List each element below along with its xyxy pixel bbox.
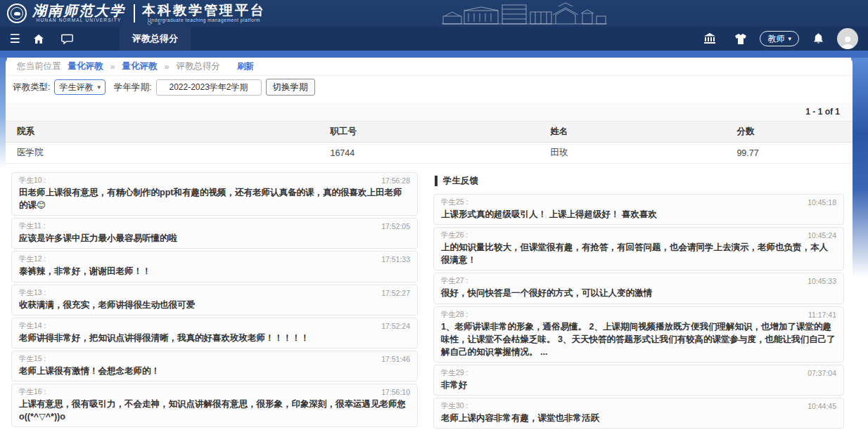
breadcrumb-prefix: 您当前位置 xyxy=(17,60,61,72)
app-header: 湖南师范大学 HUNAN NORMAL UNIVERSITY 本科教学管理平台 … xyxy=(0,0,868,27)
left-comment-list: 学生10 : 17:56:28 田老师上课很有意思，有精心制作的ppt和有趣的视… xyxy=(11,172,418,429)
tab-close-icon[interactable]: ✕ xyxy=(158,21,163,26)
notification-bell-icon[interactable] xyxy=(806,27,830,51)
breadcrumb-link-1[interactable]: 量化评教 xyxy=(68,60,103,72)
comment-author: 学生25 : xyxy=(441,197,468,207)
comment-card: 学生12 : 17:51:33 泰裤辣，非常好，谢谢田老师！！ xyxy=(11,251,418,282)
tab-refresh-icon[interactable]: ⟳ xyxy=(148,20,155,27)
navbar-right-group: 教师 ▾ xyxy=(698,27,868,51)
filter-toolbar: 评教类型: 学生评教 ▾ 学年学期: 切换学期 xyxy=(6,76,853,98)
comment-card: 学生10 : 17:56:28 田老师上课很有意思，有精心制作的ppt和有趣的视… xyxy=(11,172,418,216)
accent-strip xyxy=(0,51,868,58)
evaluation-type-label: 评教类型: xyxy=(13,82,50,93)
comment-card: 学生16 : 17:56:10 上课有意思，很有吸引力，不会走神，知识点讲解很有… xyxy=(11,384,418,427)
comment-text: 老师上课很有激情！会想念老师的！ xyxy=(19,365,410,377)
comment-timestamp: 10:45:18 xyxy=(808,198,836,207)
table-row[interactable]: 医学院 16744 田玫 99.77 xyxy=(6,143,853,164)
comment-card: 学生30 : 10:44:45 老师上课内容非常有趣，课堂也非常活跃 xyxy=(433,398,844,429)
comment-author: 学生27 : xyxy=(441,276,468,286)
comment-card: 学生27 : 10:45:33 很好，快问快答是一个很好的方式，可以让人变的激情 xyxy=(433,273,844,304)
pagination-info: 1 - 1 of 1 xyxy=(6,103,853,121)
right-comment-panel: 学生反馈 学生25 : 10:45:18 上课形式真的超级吸引人！ 上课上得超级… xyxy=(433,172,844,429)
home-icon[interactable] xyxy=(27,27,51,51)
comment-text: 应该是许多课中压力最小最容易听懂的啦 xyxy=(19,232,410,245)
message-bubble-icon[interactable] xyxy=(55,27,79,51)
breadcrumb-current: 评教总得分 xyxy=(176,60,220,72)
comment-timestamp: 17:51:33 xyxy=(381,255,410,263)
comment-timestamp: 17:52:05 xyxy=(381,222,410,230)
comment-card: 学生11 : 17:52:05 应该是许多课中压力最小最容易听懂的啦 xyxy=(11,218,418,249)
table-header-row: 院系 职工号 姓名 分数 xyxy=(6,122,853,143)
col-name: 姓名 xyxy=(540,122,726,143)
comment-text: 上课形式真的超级吸引人！ 上课上得超级好！ 喜欢喜欢 xyxy=(441,208,836,221)
university-name-en: HUNAN NORMAL UNIVERSITY xyxy=(32,18,125,23)
term-input[interactable] xyxy=(156,79,262,96)
institution-bank-icon[interactable] xyxy=(698,27,722,51)
breadcrumb-link-2[interactable]: 量化评教 xyxy=(122,60,157,72)
col-staff-id: 职工号 xyxy=(319,122,539,143)
university-seal-logo xyxy=(7,4,27,23)
col-score: 分数 xyxy=(725,122,853,143)
menu-hamburger-icon[interactable]: ☰ xyxy=(3,27,27,51)
main-navbar: ☰ ⟳ ✕ 评教总得分 教师 ▾ xyxy=(0,27,868,51)
caret-down-icon: ▾ xyxy=(788,35,791,42)
comment-timestamp: 10:44:45 xyxy=(808,402,836,410)
user-avatar[interactable] xyxy=(837,28,858,49)
comment-text: 收获满满，很充实，老师讲得很生动也很可爱 xyxy=(19,299,410,311)
comment-text: 田老师上课很有意思，有精心制作的ppt和有趣的视频，还有老师认真备的课，真的很喜… xyxy=(19,186,410,211)
chevron-down-icon: ▾ xyxy=(97,84,101,91)
role-selector-dropdown[interactable]: 教师 ▾ xyxy=(760,31,799,46)
breadcrumb: 您当前位置 量化评教 » 量化评教 » 评教总得分 刷新 xyxy=(6,58,853,76)
comment-timestamp: 17:56:10 xyxy=(381,388,410,396)
breadcrumb-separator: » xyxy=(164,62,169,72)
comment-author: 学生26 : xyxy=(441,230,468,240)
student-feedback-title: 学生反馈 xyxy=(435,174,844,188)
university-name-cn: 湖南师范大学 xyxy=(32,4,125,18)
score-table: 院系 职工号 姓名 分数 医学院 16744 田玫 99.77 xyxy=(6,121,853,164)
comment-timestamp: 10:45:24 xyxy=(808,231,836,240)
university-name-block: 湖南师范大学 HUNAN NORMAL UNIVERSITY xyxy=(32,4,125,23)
comment-author: 学生28 : xyxy=(441,310,468,320)
comment-card: 学生13 : 17:52:27 收获满满，很充实，老师讲得很生动也很可爱 xyxy=(11,285,418,315)
comment-author: 学生15 : xyxy=(19,354,46,364)
cell-staff-id: 16744 xyxy=(319,143,539,164)
comment-timestamp: 11:17:41 xyxy=(808,311,836,319)
comment-text: 很好，快问快答是一个很好的方式，可以让人变的激情 xyxy=(441,287,836,299)
tab-label: 评教总得分 xyxy=(132,32,178,45)
shirt-icon[interactable] xyxy=(729,27,753,51)
cell-department: 医学院 xyxy=(6,143,319,164)
right-comment-list: 学生25 : 10:45:18 上课形式真的超级吸引人！ 上课上得超级好！ 喜欢… xyxy=(433,194,844,429)
comment-text: 泰裤辣，非常好，谢谢田老师！！ xyxy=(19,265,410,278)
comment-card: 学生28 : 11:17:41 1、老师讲课非常的形象，通俗易懂。 2、上课期间… xyxy=(433,306,844,363)
comment-text: 老师上课内容非常有趣，课堂也非常活跃 xyxy=(441,412,836,424)
comment-timestamp: 07:37:04 xyxy=(808,369,836,377)
comment-card: 学生29 : 07:37:04 非常好 xyxy=(433,365,844,396)
switch-term-button[interactable]: 切换学期 xyxy=(266,79,315,96)
comment-text: 1、老师讲课非常的形象，通俗易懂。 2、上课期间视频播放既方便我们理解知识，也增… xyxy=(441,320,836,358)
background-right-edge xyxy=(851,56,868,278)
student-feedback-label: 学生反馈 xyxy=(443,175,478,187)
comment-text: 上课有意思，很有吸引力，不会走神，知识点讲解很有意思，很形象，印象深刻，很幸运遇… xyxy=(19,398,410,423)
comment-author: 学生12 : xyxy=(19,254,46,264)
comment-timestamp: 10:45:33 xyxy=(808,277,836,285)
comment-author: 学生30 : xyxy=(441,401,468,411)
comment-author: 学生13 : xyxy=(19,288,46,298)
score-table-block: 1 - 1 of 1 院系 职工号 姓名 分数 医学院 16744 田玫 99.… xyxy=(6,103,853,164)
breadcrumb-separator: » xyxy=(110,62,115,72)
term-label: 学年学期: xyxy=(114,82,151,93)
col-department: 院系 xyxy=(6,122,319,143)
comment-text: 老师讲得非常好，把知识点讲得很清晰，我真的好喜欢玫玫老师！！！！！ xyxy=(19,332,410,344)
comment-timestamp: 17:56:28 xyxy=(381,176,410,185)
title-bar-marker xyxy=(435,176,438,186)
campus-skyline-illustration xyxy=(442,2,607,26)
cell-score: 99.77 xyxy=(725,143,853,164)
comment-author: 学生16 : xyxy=(19,387,46,397)
tab-evaluation-score[interactable]: ⟳ ✕ 评教总得分 xyxy=(120,27,191,51)
evaluation-type-value: 学生评教 xyxy=(59,82,93,93)
comment-card: 学生15 : 17:51:46 老师上课很有激情！会想念老师的！ xyxy=(11,351,418,382)
tab-controls: ⟳ ✕ xyxy=(148,20,163,27)
content-card: 您当前位置 量化评教 » 量化评教 » 评教总得分 刷新 评教类型: 学生评教 … xyxy=(6,58,853,430)
evaluation-type-select[interactable]: 学生评教 ▾ xyxy=(54,79,106,95)
comment-text: 非常好 xyxy=(441,379,836,391)
refresh-link[interactable]: 刷新 xyxy=(237,60,254,72)
